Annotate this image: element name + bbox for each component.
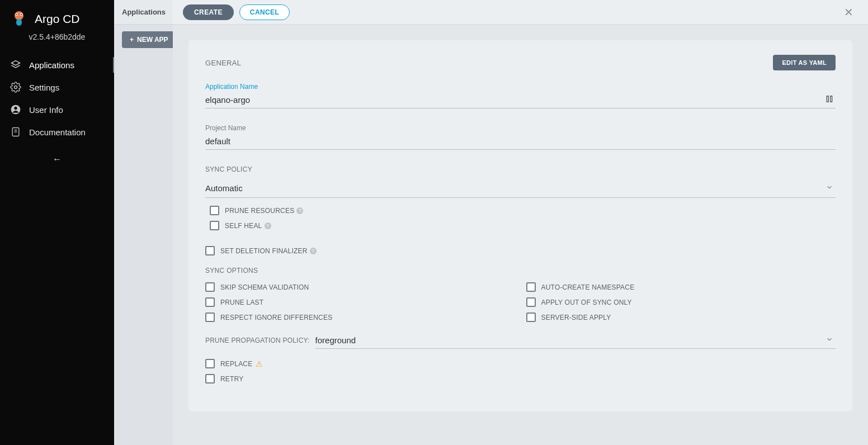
create-button[interactable]: CREATE	[183, 4, 234, 20]
set-deletion-finalizer-row: SET DELETION FINALIZER?	[205, 246, 836, 255]
server-side-checkbox[interactable]	[526, 313, 536, 322]
apply-oos-checkbox[interactable]	[526, 297, 536, 307]
svg-point-3	[16, 14, 17, 15]
checkbox-label: RESPECT IGNORE DIFFERENCES	[220, 314, 332, 321]
prune-propagation-select[interactable]	[315, 333, 836, 349]
checkbox-label: SKIP SCHEMA VALIDATION	[220, 283, 309, 291]
application-name-field: Application Name	[205, 83, 836, 108]
page-title: Applications	[122, 8, 166, 16]
sync-options-grid: SKIP SCHEMA VALIDATION PRUNE LAST RESPEC…	[205, 282, 836, 328]
nav-user-info[interactable]: User Info	[0, 98, 114, 121]
sidebar: Argo CD v2.5.4+86b2dde Applications Sett…	[0, 0, 114, 445]
auto-create-ns-checkbox[interactable]	[526, 282, 536, 292]
checkbox-label: SELF HEAL?	[225, 222, 271, 230]
sync-policy-label: SYNC POLICY	[205, 165, 836, 173]
arrow-left-icon: ←	[53, 154, 62, 164]
nav-settings[interactable]: Settings	[0, 76, 114, 98]
prune-resources-checkbox[interactable]	[210, 206, 219, 215]
prune-last-row: PRUNE LAST	[205, 297, 515, 307]
section-heading: GENERAL EDIT AS YAML	[205, 55, 836, 70]
svg-point-0	[15, 11, 23, 20]
finalizer-block: SET DELETION FINALIZER?	[205, 246, 836, 255]
nav-label: Documentation	[29, 127, 86, 137]
chevron-down-icon	[825, 183, 833, 193]
prune-propagation-row: PRUNE PROPAGATION POLICY:	[205, 333, 836, 349]
self-heal-checkbox[interactable]	[210, 221, 219, 230]
argo-logo-icon	[10, 10, 28, 28]
version-text: v2.5.4+86b2dde	[0, 32, 114, 41]
checkbox-label: SET DELETION FINALIZER?	[220, 247, 317, 255]
brand-row: Argo CD	[0, 10, 114, 28]
nav: Applications Settings User Info Document…	[0, 54, 114, 143]
nav-label: Settings	[29, 83, 59, 92]
checkbox-label: REPLACE⚠	[220, 359, 263, 368]
edit-as-yaml-button[interactable]: EDIT AS YAML	[773, 55, 836, 70]
svg-point-7	[15, 86, 17, 89]
gear-icon	[10, 82, 21, 93]
set-deletion-finalizer-checkbox[interactable]	[205, 246, 215, 255]
project-name-field: Project Name	[205, 124, 836, 150]
field-label: Application Name	[205, 83, 836, 91]
info-icon: ?	[265, 222, 271, 229]
general-card: GENERAL EDIT AS YAML Application Name Pr…	[188, 40, 852, 411]
prune-propagation-label: PRUNE PROPAGATION POLICY:	[205, 337, 310, 349]
svg-rect-13	[827, 96, 828, 102]
checkbox-label: AUTO-CREATE NAMESPACE	[541, 283, 635, 291]
field-label: Project Name	[205, 124, 836, 132]
close-icon[interactable]: ✕	[839, 3, 858, 21]
edit-icon[interactable]	[825, 95, 833, 105]
info-icon: ?	[296, 207, 303, 214]
svg-rect-5	[16, 19, 22, 26]
retry-checkbox[interactable]	[205, 374, 215, 384]
layers-icon	[10, 59, 21, 70]
svg-rect-14	[831, 96, 832, 102]
new-app-button[interactable]: + NEW APP	[122, 31, 176, 48]
book-icon	[10, 126, 21, 138]
project-name-input[interactable]	[205, 134, 836, 150]
svg-point-4	[21, 14, 22, 15]
plus-icon: +	[130, 36, 134, 44]
svg-point-9	[14, 107, 17, 110]
prune-resources-row: PRUNE RESOURCES?	[210, 206, 836, 215]
self-heal-row: SELF HEAL?	[210, 221, 836, 230]
nav-label: Applications	[29, 60, 74, 70]
info-icon: ?	[310, 248, 317, 254]
cancel-button[interactable]: CANCEL	[239, 4, 290, 20]
create-app-panel-overlay: CREATE CANCEL ✕ GENERAL EDIT AS YAML App…	[173, 0, 868, 445]
checkbox-label: SERVER-SIDE APPLY	[541, 314, 611, 321]
respect-ignore-row: RESPECT IGNORE DIFFERENCES	[205, 313, 515, 322]
checkbox-label: RETRY	[220, 375, 243, 383]
svg-marker-6	[12, 61, 20, 65]
nav-applications[interactable]: Applications	[0, 54, 114, 76]
checkbox-label: PRUNE LAST	[220, 299, 263, 306]
sync-policy-select[interactable]: Automatic	[205, 181, 836, 198]
panel-body: GENERAL EDIT AS YAML Application Name Pr…	[173, 25, 868, 445]
nav-label: User Info	[29, 105, 63, 115]
brand-name: Argo CD	[35, 12, 80, 26]
retry-row: RETRY	[205, 374, 836, 384]
collapse-sidebar[interactable]: ←	[0, 154, 114, 164]
respect-ignore-checkbox[interactable]	[205, 313, 215, 322]
auto-create-ns-row: AUTO-CREATE NAMESPACE	[526, 282, 836, 292]
replace-row: REPLACE⚠	[205, 359, 836, 368]
replace-checkbox[interactable]	[205, 359, 215, 368]
user-icon	[10, 104, 21, 115]
sync-options-label: SYNC OPTIONS	[205, 267, 836, 274]
checkbox-label: PRUNE RESOURCES?	[225, 207, 303, 215]
skip-schema-checkbox[interactable]	[205, 282, 215, 292]
apply-oos-row: APPLY OUT OF SYNC ONLY	[526, 297, 836, 307]
sync-policy-block: SYNC POLICY Automatic PRUNE RESOURCES? S…	[205, 165, 836, 230]
section-title-general: GENERAL	[205, 59, 241, 67]
server-side-row: SERVER-SIDE APPLY	[526, 313, 836, 322]
sync-policy-value: Automatic	[205, 183, 243, 193]
prune-last-checkbox[interactable]	[205, 297, 215, 307]
panel-top-bar: CREATE CANCEL ✕	[173, 0, 868, 25]
create-app-panel: CREATE CANCEL ✕ GENERAL EDIT AS YAML App…	[173, 0, 868, 445]
checkbox-label: APPLY OUT OF SYNC ONLY	[541, 299, 632, 306]
prune-propagation-value[interactable]	[315, 333, 836, 349]
skip-schema-row: SKIP SCHEMA VALIDATION	[205, 282, 515, 292]
button-label: NEW APP	[137, 36, 168, 44]
nav-documentation[interactable]: Documentation	[0, 121, 114, 143]
application-name-input[interactable]	[205, 93, 836, 108]
warning-icon: ⚠	[256, 359, 263, 368]
